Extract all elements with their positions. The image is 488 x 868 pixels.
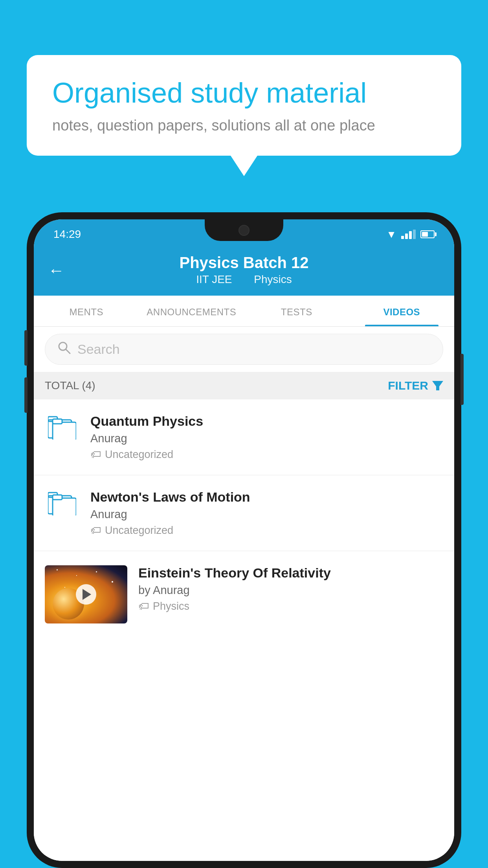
header-title: Physics Batch 12: [57, 254, 431, 272]
tag-text: Uncategorized: [105, 449, 173, 461]
item-icon-quantum: [45, 414, 79, 440]
header-subtitle: IIT JEE Physics: [57, 273, 431, 286]
tag-icon: 🏷: [90, 448, 101, 461]
tag-icon: 🏷: [138, 600, 149, 612]
svg-rect-6: [53, 419, 62, 424]
svg-rect-10: [53, 495, 62, 500]
header-subtitle-physics: Physics: [254, 273, 292, 285]
tab-announcements[interactable]: ANNOUNCEMENTS: [139, 296, 244, 326]
status-time: 14:29: [53, 228, 81, 241]
content-list: Quantum Physics Anurag 🏷 Uncategorized: [34, 399, 454, 861]
item-author: Anurag: [90, 432, 443, 445]
signal-bars-icon: [401, 230, 416, 239]
signal-bar-2: [405, 234, 408, 239]
folder-icon: [48, 415, 76, 440]
bubble-subtitle: notes, question papers, solutions all at…: [52, 117, 436, 134]
battery-icon: [420, 230, 435, 238]
tab-tests[interactable]: TESTS: [244, 296, 349, 326]
tag-text: Physics: [153, 600, 189, 612]
tag-text: Uncategorized: [105, 524, 173, 537]
phone-notch: [205, 219, 283, 241]
item-author: by Anurag: [138, 584, 443, 597]
item-tag: 🏷 Physics: [138, 600, 443, 612]
folder-icon: [48, 491, 76, 515]
search-bar[interactable]: Search: [45, 334, 443, 365]
item-content-newton: Newton's Laws of Motion Anurag 🏷 Uncateg…: [90, 489, 443, 537]
speech-bubble: Organised study material notes, question…: [27, 55, 461, 156]
tab-ments[interactable]: MENTS: [34, 296, 139, 326]
list-item-einstein[interactable]: Einstein's Theory Of Relativity by Anura…: [34, 551, 454, 638]
phone-frame: 14:29 ▼ ← Physics Batch 1: [27, 212, 461, 868]
search-icon: [57, 340, 71, 358]
play-triangle-icon: [83, 589, 91, 600]
filter-funnel-icon: [432, 381, 443, 390]
status-icons: ▼: [386, 228, 435, 241]
svg-marker-2: [432, 381, 443, 390]
tabs-bar: MENTS ANNOUNCEMENTS TESTS VIDEOS: [34, 296, 454, 327]
svg-line-1: [66, 349, 70, 353]
filter-button[interactable]: FILTER: [388, 379, 443, 392]
filter-label: FILTER: [388, 379, 428, 392]
item-tag: 🏷 Uncategorized: [90, 524, 443, 537]
item-content-quantum: Quantum Physics Anurag 🏷 Uncategorized: [90, 414, 443, 461]
item-title: Quantum Physics: [90, 414, 443, 429]
item-title: Newton's Laws of Motion: [90, 489, 443, 505]
phone-button-power: [460, 354, 464, 405]
tag-icon: 🏷: [90, 524, 101, 537]
play-button[interactable]: [76, 584, 96, 605]
list-item[interactable]: Newton's Laws of Motion Anurag 🏷 Uncateg…: [34, 475, 454, 551]
app-header: ← Physics Batch 12 IIT JEE Physics: [34, 245, 454, 296]
item-author: Anurag: [90, 508, 443, 521]
signal-bar-4: [413, 230, 416, 239]
search-container: Search: [34, 327, 454, 372]
speech-bubble-container: Organised study material notes, question…: [27, 55, 461, 156]
tab-videos[interactable]: VIDEOS: [349, 296, 455, 326]
list-item[interactable]: Quantum Physics Anurag 🏷 Uncategorized: [34, 399, 454, 475]
battery-fill: [422, 232, 428, 237]
header-subtitle-iitjee: IIT JEE: [196, 273, 232, 285]
svg-rect-5: [53, 422, 76, 440]
bubble-title: Organised study material: [52, 77, 436, 109]
item-content-einstein: Einstein's Theory Of Relativity by Anura…: [138, 565, 443, 612]
video-thumbnail: [45, 565, 127, 623]
signal-bar-3: [409, 231, 412, 239]
phone-button-volume-up: [24, 330, 28, 366]
signal-bar-1: [401, 236, 404, 239]
item-title: Einstein's Theory Of Relativity: [138, 565, 443, 581]
wifi-icon: ▼: [386, 228, 396, 241]
item-icon-newton: [45, 489, 79, 515]
total-count: TOTAL (4): [45, 379, 95, 392]
svg-rect-9: [53, 498, 76, 515]
phone-outer: 14:29 ▼ ← Physics Batch 1: [27, 212, 461, 868]
item-tag: 🏷 Uncategorized: [90, 448, 443, 461]
filter-bar: TOTAL (4) FILTER: [34, 372, 454, 399]
phone-camera: [238, 225, 250, 236]
phone-screen: 14:29 ▼ ← Physics Batch 1: [34, 219, 454, 861]
phone-button-volume-down: [24, 377, 28, 413]
search-input-placeholder: Search: [77, 342, 120, 357]
